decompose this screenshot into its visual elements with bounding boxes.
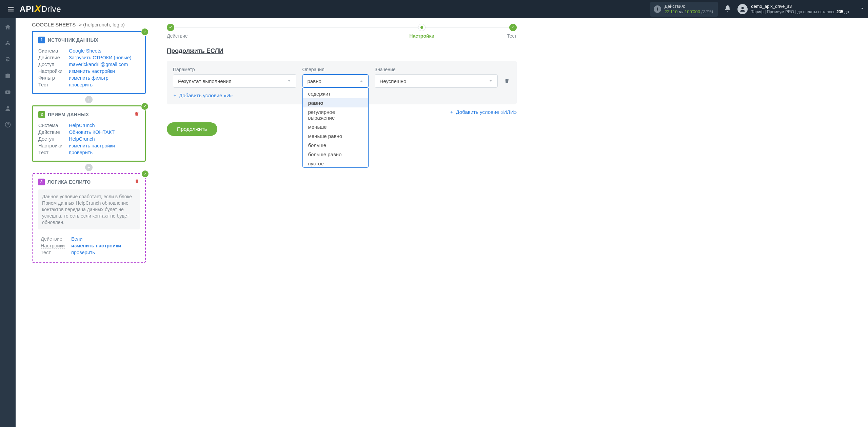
step-action-dot[interactable] [167,24,174,31]
nav-home-icon[interactable] [4,24,11,32]
chevron-up-icon [359,78,363,84]
info-icon: i [654,5,661,13]
source-card[interactable]: 1 ИСТОЧНИК ДАННЫХ СистемаGoogle Sheets Д… [32,31,146,94]
value-select[interactable]: Неуспешно [375,74,498,88]
svg-point-5 [7,106,9,108]
row-label: Настройки [38,68,69,74]
operation-option[interactable]: равно [303,98,368,107]
row-label: Доступ [38,136,69,142]
section-title: Продолжить ЕСЛИ [167,47,517,55]
step-settings-label: Настройки [409,33,434,39]
row-label: Действие [41,236,71,242]
logic-settings-link[interactable]: изменить настройки [71,243,121,248]
source-system-link[interactable]: Google Sheets [69,48,101,54]
continue-button[interactable]: Продолжить [167,122,217,136]
actions-label: Действия: [665,4,713,9]
dest-system-link[interactable]: HelpCrunch [69,123,95,128]
logic-action-link[interactable]: Если [71,236,82,242]
row-label: Тест [38,82,69,87]
app-logo[interactable]: APIXDrive [20,4,61,15]
add-step-button[interactable]: + [85,164,93,171]
operation-option[interactable]: больше равно [303,150,368,159]
op-label: Операция [302,67,369,72]
actions-of: из [678,9,685,14]
nav-briefcase-icon[interactable] [4,73,11,81]
source-card-title: ИСТОЧНИК ДАННЫХ [48,37,98,43]
logo-drive: Drive [41,4,61,14]
user-menu-chevron[interactable] [860,6,865,12]
row-label: Тест [41,250,71,255]
dest-access-link[interactable]: HelpCrunch [69,136,95,142]
actions-count: 22'110 [665,9,678,14]
operation-option[interactable]: больше [303,141,368,150]
nav-video-icon[interactable] [4,89,11,97]
nav-billing-icon[interactable] [4,56,11,64]
source-filter-link[interactable]: изменить фильтр [69,75,108,81]
check-icon [141,28,149,36]
dest-settings-link[interactable]: изменить настройки [69,143,115,148]
svg-point-0 [742,7,744,9]
param-select[interactable]: Результат выполнения [173,74,296,88]
source-settings-link[interactable]: изменить настройки [69,68,115,74]
logic-card[interactable]: 3 ЛОГИКА ЕСЛИ/ТО Данное условие сработае… [32,173,146,263]
delete-logic-button[interactable] [134,179,140,185]
user-info: demo_apix_drive_s3 Тариф | Премиум PRO |… [751,4,849,15]
logo-x: X [35,3,41,14]
menu-toggle-button[interactable] [3,2,18,17]
user-menu[interactable]: demo_apix_drive_s3 Тариф | Премиум PRO |… [737,4,849,15]
delete-dest-button[interactable] [134,111,139,118]
actions-total: 100'000 [685,9,700,14]
step-number-2: 2 [38,111,45,118]
step-number-3: 3 [38,179,45,185]
operation-dropdown: содержитравнорегулярное выражениеменьшем… [302,88,369,168]
avatar-icon [737,4,748,14]
nav-rail [0,18,16,427]
dest-action-link[interactable]: Обновить КОНТАКТ [69,129,115,135]
row-label: Действие [38,129,69,135]
logic-test-link[interactable]: проверить [71,250,95,255]
row-label: Тест [38,150,69,155]
add-and-label: Добавить условие «И» [179,93,233,98]
dest-test-link[interactable]: проверить [69,150,93,155]
operation-select[interactable]: равно [302,74,369,88]
notifications-button[interactable] [724,5,731,14]
source-action-link[interactable]: Загрузить СТРОКИ (новые) [69,55,132,60]
tariff-text: Тариф | Премиум PRO | до оплаты осталось [751,9,836,14]
operation-option[interactable]: меньше равно [303,131,368,141]
days-left: 235 [836,9,843,14]
row-label: Доступ [38,62,69,67]
step-action-label: Действие [167,33,188,39]
step-test-label: Тест [507,33,517,39]
check-icon [141,102,149,110]
add-or-condition-button[interactable]: Добавить условие «ИЛИ» [450,109,517,115]
actions-usage-badge[interactable]: i Действия: 22'110 из 100'000 (22%) [650,2,718,16]
delete-condition-button[interactable] [504,74,511,88]
row-label: Система [38,123,69,128]
step-settings-dot[interactable] [418,24,426,31]
add-step-button[interactable]: + [85,96,93,103]
row-label: Настройки [41,243,71,248]
param-value: Результат выполнения [178,78,231,84]
operation-option[interactable]: пустое [303,159,368,168]
step-number-1: 1 [38,37,45,43]
logo-api: API [20,4,34,14]
nav-help-icon[interactable] [4,121,11,129]
source-access-link[interactable]: maverickandrii@gmail.com [69,62,128,67]
nav-profile-icon[interactable] [4,105,11,113]
operation-option[interactable]: меньше [303,122,368,131]
nav-connections-icon[interactable] [4,40,11,48]
step-test-dot[interactable] [509,24,517,31]
row-label: Система [38,48,69,54]
operation-option[interactable]: регулярное выражение [303,107,368,122]
row-label: Фильтр [38,75,69,81]
condition-box: Параметр Результат выполнения Операция р… [167,61,517,104]
source-test-link[interactable]: проверить [69,82,93,87]
destination-card[interactable]: 2 ПРИЕМ ДАННЫХ СистемаHelpCrunch Действи… [32,105,146,162]
operation-option[interactable]: содержит [303,89,368,98]
actions-pct: (22%) [700,9,713,14]
chevron-down-icon [489,78,493,84]
check-icon [141,170,149,178]
chevron-down-icon [287,78,291,84]
value-value: Неуспешно [380,78,407,84]
days-suffix: дн [843,9,849,14]
